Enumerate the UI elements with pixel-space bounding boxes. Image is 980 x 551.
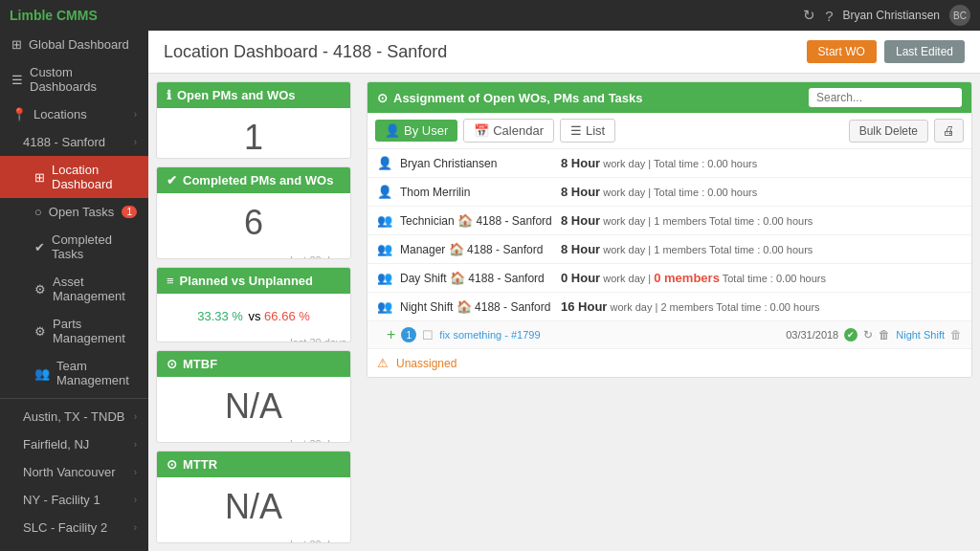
card-body-open: 1: [157, 108, 350, 159]
assign-detail: 8 Hour work day | 1 members Total time :…: [561, 213, 962, 228]
arrow-icon: ›: [134, 522, 137, 533]
planned-icon: ≡: [167, 274, 174, 288]
mttr-sublabel: last 30 days: [157, 537, 350, 543]
app-logo: Limble CMMS: [10, 8, 98, 23]
checkmark-icon: ✔: [167, 173, 177, 187]
start-wo-button[interactable]: Start WO: [807, 40, 877, 63]
sidebar-item-team-management[interactable]: 👥 Team Management: [0, 352, 148, 394]
assign-name: Night Shift 🏠 4188 - Sanford: [400, 299, 553, 314]
sidebar-item-parts-management[interactable]: ⚙ Parts Management: [0, 310, 148, 352]
group-icon: 👥: [377, 271, 392, 285]
assignment-row-manager: 👥 Manager 🏠 4188 - Sanford 8 Hour work d…: [368, 235, 971, 264]
assignment-row-thom: 👤 Thom Merrilin 8 Hour work day | Total …: [368, 178, 971, 207]
sidebar-item-custom-dashboards[interactable]: ☰ Custom Dashboards: [0, 58, 148, 100]
card-header-mttr: ⊙ MTTR: [157, 452, 350, 477]
print-button[interactable]: 🖨: [934, 119, 964, 143]
card-header-completed: ✔ Completed PMs and WOs: [157, 167, 350, 193]
sidebar-item-fairfield-nj[interactable]: Fairfield, NJ ›: [0, 430, 148, 458]
assign-detail: 8 Hour work day | Total time : 0.00 hour…: [561, 156, 962, 170]
sidebar-item-open-tasks[interactable]: ○ Open Tasks 1: [0, 198, 148, 226]
task-link[interactable]: fix something - #1799: [439, 329, 540, 341]
by-user-button[interactable]: 👤 By User: [375, 120, 457, 142]
sidebar-item-label: Fairfield, NJ: [23, 437, 89, 452]
avatar[interactable]: BC: [949, 5, 970, 26]
topbar-left: Limble CMMS: [10, 8, 98, 23]
card-body-planned: 33.33 % vs 66.66 %: [157, 294, 350, 335]
assign-detail: 8 Hour work day | 1 members Total time :…: [561, 242, 962, 256]
planned-green-value: 33.33 %: [197, 309, 243, 323]
location-icon: 📍: [11, 107, 27, 121]
sidebar-item-label: Completed Tasks: [52, 232, 137, 261]
mtbf-icon: ⊙: [167, 357, 177, 371]
topbar: Limble CMMS ↻ ? Bryan Christiansen BC: [0, 0, 980, 31]
assignment-row-day-shift: 👥 Day Shift 🏠 4188 - Sanford 0 Hour work…: [368, 264, 971, 293]
open-tasks-badge: 1: [122, 206, 137, 218]
home-icon: ⊞: [34, 170, 45, 185]
task-checkbox-icon[interactable]: ☐: [422, 328, 434, 342]
sidebar-item-completed-tasks[interactable]: ✔ Completed Tasks: [0, 226, 148, 268]
user-icon: 👤: [385, 123, 400, 138]
task-number-badge: 1: [401, 327, 416, 342]
task-delete-icon[interactable]: 🗑: [879, 328, 890, 342]
card-body-mttr: N/A: [157, 477, 350, 537]
sidebar-item-ny-facility-1[interactable]: NY - Facility 1 ›: [0, 486, 148, 514]
arrow-icon: ›: [134, 137, 137, 147]
header-actions: Start WO Last Edited: [807, 40, 965, 63]
mttr-value: N/A: [167, 487, 341, 527]
card-title: Completed PMs and WOs: [183, 173, 333, 187]
sidebar-item-asset-management[interactable]: ⚙ Asset Management: [0, 268, 148, 310]
sidebar-item-label: NY - Facility 1: [23, 493, 100, 507]
arrow-icon: ›: [134, 411, 137, 422]
refresh-icon[interactable]: ↻: [803, 7, 815, 24]
team-icon: 👥: [34, 366, 50, 381]
card-header-mtbf: ⊙ MTBF: [157, 351, 350, 377]
sidebar-item-locations[interactable]: 📍 Locations ›: [0, 100, 148, 128]
user-name: Bryan Christiansen: [843, 9, 940, 22]
topbar-right: ↻ ? Bryan Christiansen BC: [803, 5, 970, 26]
add-task-icon[interactable]: +: [387, 326, 395, 343]
assignment-header-title: ⊙ Assignment of Open WOs, PMs and Tasks: [377, 91, 643, 105]
planned-vs-text: vs: [248, 309, 264, 323]
card-title: Open PMs and WOs: [177, 88, 296, 102]
task-date: 03/31/2018: [786, 329, 838, 341]
sidebar-item-woodberry-mn[interactable]: Woodberry, MN ›: [0, 541, 148, 551]
asset-icon: ⚙: [34, 282, 46, 297]
card-mtbf: ⊙ MTBF N/A last 30 days: [156, 350, 351, 443]
help-icon[interactable]: ?: [825, 8, 833, 24]
list-button[interactable]: ☰ List: [560, 119, 615, 143]
task-row: + 1 ☐ fix something - #1799 03/31/2018 ✔…: [368, 321, 971, 349]
card-title: Planned vs Unplanned: [180, 274, 313, 288]
sidebar-item-austin-tx[interactable]: Austin, TX - TNDB ›: [0, 403, 148, 430]
search-input[interactable]: [809, 88, 962, 107]
arrow-icon: ›: [134, 495, 137, 505]
sidebar-item-label: Custom Dashboards: [30, 65, 137, 94]
open-tasks-icon: ○: [34, 205, 42, 219]
sidebar: ⊞ Global Dashboard ☰ Custom Dashboards 📍…: [0, 31, 148, 551]
assignment-icon: ⊙: [377, 91, 388, 105]
bulk-delete-button[interactable]: Bulk Delete: [849, 120, 928, 143]
sidebar-item-label: SLC - Facility 2: [23, 520, 107, 535]
task-refresh-icon[interactable]: ↻: [863, 328, 873, 342]
task-remove-icon[interactable]: 🗑: [950, 328, 962, 342]
completed-tasks-icon: ✔: [34, 240, 45, 254]
main-area: Location Dashboard - 4188 - Sanford Star…: [148, 31, 980, 551]
left-panel: ℹ Open PMs and WOs 1 ✔ Completed PMs and…: [148, 74, 359, 551]
sidebar-item-north-vancouver[interactable]: North Vancouver ›: [0, 458, 148, 486]
last-edited-button[interactable]: Last Edited: [884, 40, 965, 63]
planned-sublabel: last 30 days: [157, 335, 350, 343]
assignment-row-technician: 👥 Technician 🏠 4188 - Sanford 8 Hour wor…: [368, 207, 971, 235]
assignment-title: Assignment of Open WOs, PMs and Tasks: [393, 91, 643, 105]
calendar-button[interactable]: 📅 Calendar: [463, 119, 554, 143]
sidebar-item-global-dashboard[interactable]: ⊞ Global Dashboard: [0, 31, 148, 58]
sidebar-item-4188-sanford[interactable]: 4188 - Sanford ›: [0, 128, 148, 156]
assignment-toolbar: 👤 By User 📅 Calendar ☰ List Bulk Delete: [368, 113, 971, 149]
sidebar-item-label: Global Dashboard: [29, 37, 129, 52]
assign-detail: 16 Hour work day | 2 members Total time …: [561, 299, 962, 314]
group-icon: 👥: [377, 299, 392, 314]
card-body-mtbf: N/A: [157, 377, 350, 436]
sidebar-item-slc-facility-2[interactable]: SLC - Facility 2 ›: [0, 514, 148, 541]
sidebar-item-label: Open Tasks: [49, 205, 114, 219]
planned-red-value: 66.66 %: [264, 309, 310, 323]
sidebar-item-location-dashboard[interactable]: ⊞ Location Dashboard: [0, 156, 148, 198]
content-area: ℹ Open PMs and WOs 1 ✔ Completed PMs and…: [148, 74, 980, 551]
